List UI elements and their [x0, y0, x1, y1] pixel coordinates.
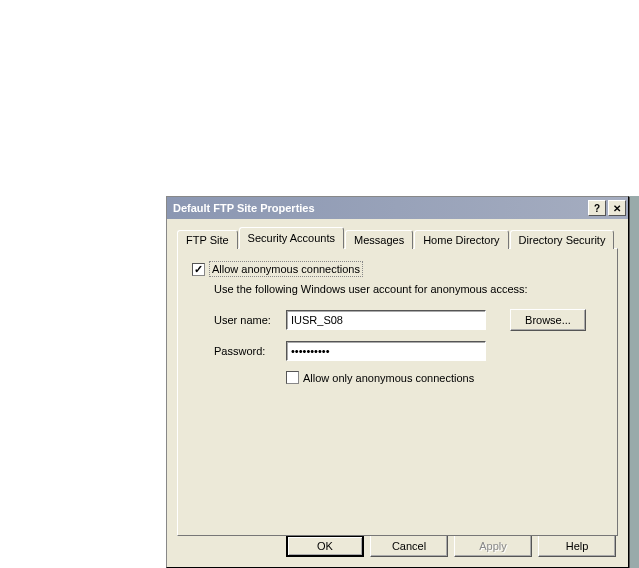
username-label: User name:: [214, 314, 286, 326]
shadow-edge: [629, 196, 639, 568]
tab-messages[interactable]: Messages: [345, 230, 413, 249]
tab-panel-security-accounts: Allow anonymous connections Use the foll…: [177, 248, 618, 536]
close-icon: ✕: [613, 203, 621, 214]
properties-dialog: Default FTP Site Properties ? ✕ FTP Site…: [166, 196, 629, 568]
tab-label: Security Accounts: [248, 232, 335, 244]
password-input[interactable]: [286, 341, 486, 361]
tab-security-accounts[interactable]: Security Accounts: [239, 227, 344, 249]
button-label: Help: [566, 540, 589, 552]
button-label: Cancel: [392, 540, 426, 552]
titlebar[interactable]: Default FTP Site Properties ? ✕: [167, 197, 628, 219]
ok-button[interactable]: OK: [286, 535, 364, 557]
button-label: Apply: [479, 540, 507, 552]
allow-only-anonymous-checkbox[interactable]: [286, 371, 299, 384]
tab-home-directory[interactable]: Home Directory: [414, 230, 508, 249]
close-button[interactable]: ✕: [608, 200, 626, 216]
apply-button: Apply: [454, 535, 532, 557]
tab-label: Messages: [354, 234, 404, 246]
password-label: Password:: [214, 345, 286, 357]
help-button[interactable]: ?: [588, 200, 606, 216]
tab-label: Directory Security: [519, 234, 606, 246]
window-title: Default FTP Site Properties: [173, 202, 586, 214]
cancel-button[interactable]: Cancel: [370, 535, 448, 557]
tab-label: Home Directory: [423, 234, 499, 246]
allow-anonymous-checkbox[interactable]: [192, 263, 205, 276]
description-text: Use the following Windows user account f…: [214, 283, 603, 295]
tab-strip: FTP Site Security Accounts Messages Home…: [177, 227, 618, 248]
tab-label: FTP Site: [186, 234, 229, 246]
help-button[interactable]: Help: [538, 535, 616, 557]
button-label: OK: [317, 540, 333, 552]
browse-button[interactable]: Browse...: [510, 309, 586, 331]
allow-anonymous-label: Allow anonymous connections: [209, 261, 363, 277]
allow-only-anonymous-label: Allow only anonymous connections: [303, 372, 474, 384]
username-input[interactable]: [286, 310, 486, 330]
browse-label: Browse...: [525, 314, 571, 326]
tab-ftp-site[interactable]: FTP Site: [177, 230, 238, 249]
question-icon: ?: [594, 203, 600, 214]
button-bar: OK Cancel Apply Help: [286, 535, 616, 557]
tab-directory-security[interactable]: Directory Security: [510, 230, 615, 249]
